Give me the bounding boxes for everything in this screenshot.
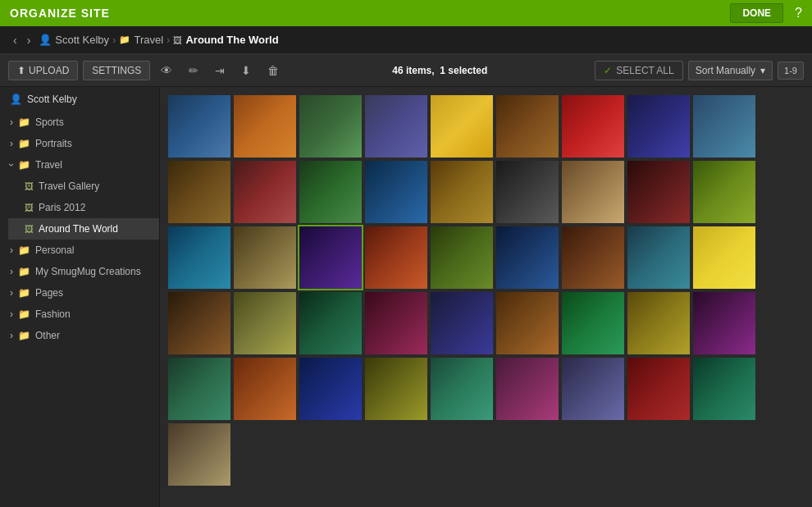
gallery-thumb[interactable] bbox=[168, 423, 230, 486]
gallery-thumb[interactable] bbox=[234, 95, 296, 158]
gallery-thumb[interactable] bbox=[627, 358, 690, 420]
sidebar-label-fashion: Fashion bbox=[35, 308, 149, 320]
gallery-thumb[interactable] bbox=[168, 161, 230, 223]
gallery-thumb[interactable] bbox=[365, 292, 427, 354]
gallery-thumb[interactable] bbox=[431, 161, 493, 223]
delete-icon: 🗑 bbox=[267, 64, 279, 77]
breadcrumb-travel-label: Travel bbox=[134, 34, 163, 46]
sidebar-item-smugmug[interactable]: › 📁 My SmugMug Creations bbox=[0, 261, 159, 282]
sidebar-item-sports[interactable]: › 📁 Sports bbox=[0, 112, 159, 133]
delete-button[interactable]: 🗑 bbox=[262, 61, 285, 80]
breadcrumb-bar: ‹ › 👤 Scott Kelby › 📁 Travel › 🖼 Around … bbox=[0, 26, 812, 54]
sidebar-item-other[interactable]: › 📁 Other bbox=[0, 325, 159, 346]
sidebar-item-around-the-world[interactable]: 🖼 Around The World bbox=[8, 218, 159, 240]
sidebar-item-pages[interactable]: › 📁 Pages bbox=[0, 282, 159, 304]
top-bar: ORGANIZE SITE DONE ? bbox=[0, 0, 812, 26]
status-selected: 1 selected bbox=[440, 65, 487, 76]
expand-icon: › bbox=[10, 308, 13, 320]
gallery-thumb[interactable] bbox=[234, 161, 296, 223]
gallery-thumb[interactable] bbox=[627, 292, 690, 354]
gallery-thumb[interactable] bbox=[234, 292, 296, 354]
gallery-thumb[interactable] bbox=[299, 292, 362, 354]
sidebar: 👤 Scott Kelby › 📁 Sports › 📁 Portraits ›… bbox=[0, 87, 160, 507]
gallery-thumb[interactable] bbox=[496, 161, 559, 223]
gallery-thumb[interactable] bbox=[693, 358, 755, 420]
breadcrumb-current[interactable]: 🖼 Around The World bbox=[173, 34, 278, 46]
gallery-thumb[interactable] bbox=[431, 95, 493, 158]
gallery-thumb[interactable] bbox=[496, 292, 559, 354]
sort-order-button[interactable]: 1-9 bbox=[778, 62, 804, 80]
edit-button[interactable]: ✏ bbox=[183, 61, 204, 80]
breadcrumb-user[interactable]: 👤 Scott Kelby bbox=[39, 34, 109, 46]
folder-icon: 📁 bbox=[18, 244, 30, 256]
sidebar-user[interactable]: 👤 Scott Kelby bbox=[0, 87, 159, 112]
gallery-thumb[interactable] bbox=[562, 161, 624, 223]
select-all-button[interactable]: ✓ SELECT ALL bbox=[595, 61, 683, 80]
settings-button[interactable]: SETTINGS bbox=[83, 61, 150, 80]
edit-icon: ✏ bbox=[189, 64, 198, 77]
gallery-thumb[interactable] bbox=[562, 292, 624, 354]
gallery-thumb[interactable] bbox=[299, 358, 362, 420]
folder-icon: 📁 bbox=[18, 330, 30, 341]
gallery-thumb[interactable] bbox=[299, 226, 362, 289]
folder-icon: 📁 bbox=[119, 34, 130, 45]
status-count: 46 items, bbox=[392, 65, 434, 76]
sort-dropdown[interactable]: Sort Manually ▾ bbox=[688, 61, 773, 80]
gallery-thumb[interactable] bbox=[299, 95, 362, 158]
sidebar-item-fashion[interactable]: › 📁 Fashion bbox=[0, 304, 159, 325]
gallery-thumb[interactable] bbox=[365, 95, 427, 158]
sidebar-label-travel-gallery: Travel Gallery bbox=[39, 180, 149, 192]
done-button[interactable]: DONE bbox=[730, 3, 783, 23]
gallery-thumb[interactable] bbox=[496, 358, 559, 420]
gallery-thumb[interactable] bbox=[562, 226, 624, 289]
gallery-thumb[interactable] bbox=[168, 226, 230, 289]
sidebar-item-paris-2012[interactable]: 🖼 Paris 2012 bbox=[8, 197, 159, 218]
gallery-thumb[interactable] bbox=[562, 358, 624, 420]
gallery-icon: 🖼 bbox=[25, 224, 34, 234]
upload-label: UPLOAD bbox=[29, 65, 69, 76]
gallery-thumb[interactable] bbox=[234, 358, 296, 420]
share-icon: ⇥ bbox=[215, 64, 225, 77]
sidebar-item-travel-gallery[interactable]: 🖼 Travel Gallery bbox=[8, 176, 159, 197]
gallery-thumb[interactable] bbox=[627, 226, 690, 289]
download-button[interactable]: ⬇ bbox=[235, 61, 257, 80]
gallery-thumb[interactable] bbox=[168, 95, 230, 158]
breadcrumb-travel[interactable]: 📁 Travel bbox=[119, 34, 163, 46]
sidebar-item-personal[interactable]: › 📁 Personal bbox=[0, 240, 159, 261]
gallery-thumb[interactable] bbox=[562, 95, 624, 158]
sidebar-item-travel[interactable]: › 📁 Travel bbox=[0, 154, 159, 176]
gallery-thumb[interactable] bbox=[693, 226, 755, 289]
gallery-thumb[interactable] bbox=[365, 358, 427, 420]
sidebar-label-paris-2012: Paris 2012 bbox=[39, 202, 149, 213]
download-icon: ⬇ bbox=[241, 64, 251, 77]
gallery-thumb[interactable] bbox=[168, 358, 230, 420]
gallery-thumb[interactable] bbox=[627, 95, 690, 158]
gallery-thumb[interactable] bbox=[365, 161, 427, 223]
gallery-thumb[interactable] bbox=[693, 161, 755, 223]
sidebar-label-sports: Sports bbox=[35, 116, 149, 128]
gallery-thumb[interactable] bbox=[496, 95, 559, 158]
gallery-thumb[interactable] bbox=[299, 161, 362, 223]
gallery-thumb[interactable] bbox=[496, 226, 559, 289]
gallery-thumb[interactable] bbox=[693, 292, 755, 354]
gallery-breadcrumb-icon: 🖼 bbox=[173, 35, 182, 45]
folder-icon: 📁 bbox=[18, 266, 30, 277]
upload-button[interactable]: ⬆ UPLOAD bbox=[8, 61, 78, 80]
eye-button[interactable]: 👁 bbox=[155, 61, 178, 80]
nav-back-button[interactable]: ‹ bbox=[8, 32, 22, 48]
select-all-label: SELECT ALL bbox=[616, 65, 674, 76]
expand-icon: › bbox=[10, 244, 13, 256]
gallery-thumb[interactable] bbox=[234, 226, 296, 289]
gallery-thumb[interactable] bbox=[431, 292, 493, 354]
gallery-thumb[interactable] bbox=[168, 292, 230, 354]
gallery-thumb[interactable] bbox=[627, 161, 690, 223]
gallery-thumb[interactable] bbox=[431, 226, 493, 289]
gallery-thumb[interactable] bbox=[431, 358, 493, 420]
help-icon[interactable]: ? bbox=[795, 6, 802, 21]
share-button[interactable]: ⇥ bbox=[209, 61, 230, 80]
user-icon: 👤 bbox=[39, 34, 52, 46]
nav-forward-button[interactable]: › bbox=[22, 32, 36, 48]
gallery-thumb[interactable] bbox=[365, 226, 427, 289]
gallery-thumb[interactable] bbox=[693, 95, 755, 158]
sidebar-item-portraits[interactable]: › 📁 Portraits bbox=[0, 133, 159, 154]
